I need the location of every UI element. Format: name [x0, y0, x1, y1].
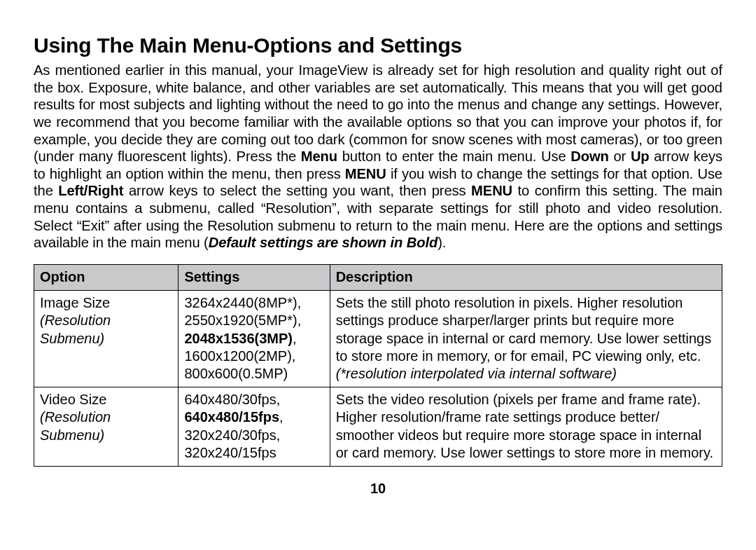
- setting-line: 1600x1200(2MP),: [184, 348, 323, 365]
- table-row: Image Size(Resolution Submenu)3264x2440(…: [34, 291, 722, 387]
- description-note: (*resolution interpolated via internal s…: [336, 366, 617, 381]
- page-number: 10: [34, 481, 722, 497]
- option-subnote: (Resolution Submenu): [40, 312, 172, 347]
- intro-bold-down: Down: [570, 149, 609, 164]
- intro-bold-menu: Menu: [301, 149, 337, 164]
- option-cell: Video Size(Resolution Submenu): [34, 387, 178, 467]
- description-cell: Sets the video resolution (pixels per fr…: [330, 387, 722, 467]
- intro-bold-leftright: Left/Right: [58, 183, 123, 198]
- intro-bold-up: Up: [631, 149, 650, 164]
- setting-line: 320x240/15fps: [184, 444, 323, 462]
- setting-line: 2048x1536(3MP),: [184, 330, 323, 348]
- table-header-row: Option Settings Description: [34, 265, 722, 291]
- option-cell: Image Size(Resolution Submenu): [34, 291, 178, 387]
- description-text: Sets the video resolution (pixels per fr…: [336, 392, 713, 460]
- options-table: Option Settings Description Image Size(R…: [34, 264, 722, 467]
- setting-line: 320x240/30fps,: [184, 427, 323, 444]
- table-row: Video Size(Resolution Submenu)640x480/30…: [34, 387, 722, 467]
- intro-bold-menu3: MENU: [471, 183, 512, 198]
- option-subnote: (Resolution Submenu): [40, 408, 172, 444]
- intro-text: or: [609, 149, 631, 164]
- setting-line: 3264x2440(8MP*),: [184, 294, 323, 312]
- settings-cell: 3264x2440(8MP*),2550x1920(5MP*),2048x153…: [178, 291, 330, 387]
- setting-line: 800x600(0.5MP): [184, 365, 323, 383]
- setting-line: 640x480/30fps,: [184, 391, 323, 408]
- description-text: Sets the still photo resolution in pixel…: [336, 295, 712, 364]
- header-option: Option: [34, 265, 178, 291]
- manual-page: Using The Main Menu-Options and Settings…: [0, 0, 756, 511]
- description-cell: Sets the still photo resolution in pixel…: [330, 291, 722, 387]
- intro-text: ).: [438, 235, 446, 250]
- header-settings: Settings: [178, 265, 330, 291]
- option-title: Image Size: [40, 294, 172, 312]
- intro-paragraph: As mentioned earlier in this manual, you…: [34, 62, 722, 252]
- header-description: Description: [330, 265, 722, 291]
- option-title: Video Size: [40, 391, 172, 408]
- intro-text: button to enter the main menu. Use: [337, 149, 570, 164]
- setting-default: 640x480/15fps: [184, 409, 279, 425]
- setting-line: 2550x1920(5MP*),: [184, 312, 323, 329]
- setting-line: 640x480/15fps,: [184, 408, 323, 426]
- settings-cell: 640x480/30fps,640x480/15fps,320x240/30fp…: [178, 387, 330, 467]
- intro-bold-italic-default: Default settings are shown in Bold: [209, 235, 438, 250]
- setting-default: 2048x1536(3MP): [184, 331, 293, 346]
- intro-bold-menu2: MENU: [345, 166, 386, 181]
- page-title: Using The Main Menu-Options and Settings: [34, 34, 722, 57]
- intro-text: arrow keys to select the setting you wan…: [123, 183, 471, 198]
